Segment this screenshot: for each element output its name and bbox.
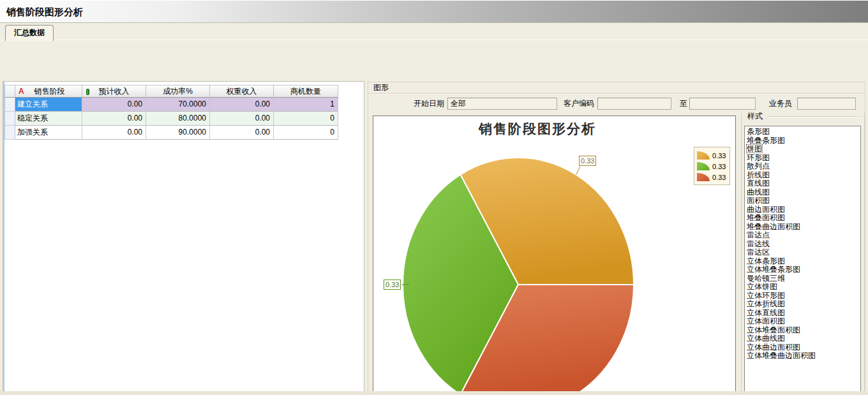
expected-income-cell[interactable]: 0.00 (82, 112, 146, 126)
opportunity-count-cell[interactable]: 1 (274, 98, 338, 112)
style-option[interactable]: 环形图 (745, 154, 860, 163)
style-option[interactable]: 直线图 (745, 179, 860, 188)
style-option-selected[interactable]: 饼图 (745, 145, 860, 154)
stage-cell[interactable]: 建立关系 (15, 98, 82, 112)
group-divider (767, 116, 863, 117)
style-option[interactable]: 条形图 (745, 128, 860, 137)
pie-slice-icon (697, 151, 710, 160)
group-divider (368, 93, 865, 94)
pie-chart (373, 116, 735, 395)
column-header-opportunity-count[interactable]: 商机数量 (274, 85, 338, 98)
legend-item: 0.33 (697, 150, 728, 161)
title-bar: 销售阶段图形分析 (0, 0, 868, 23)
text-type-icon: A (19, 86, 24, 98)
legend-item: 0.33 (697, 161, 728, 172)
column-header-weighted-income[interactable]: 权重收入 (210, 85, 274, 98)
tab-summary-data[interactable]: 汇总数据 (5, 25, 54, 41)
chart-area: 销售阶段图形分析 0.33 0.33 0.33 0.33 0.33 0.3 (373, 116, 736, 395)
row-header-cell[interactable] (4, 98, 15, 112)
style-group: 样式 条形图 堆叠条形图 饼图 环形图 散列点 折线图 直线图 曲线图 面积图 … (741, 113, 865, 395)
expected-income-cell[interactable]: 0.00 (82, 98, 146, 112)
stage-cell[interactable]: 稳定关系 (15, 112, 82, 126)
style-option[interactable]: 立体堆叠曲边面积图 (745, 352, 860, 361)
sales-stage-grid-panel: A 销售阶段 预计收入 成功率% 权重收入 商机数量 (3, 81, 364, 395)
table-row[interactable]: 建立关系 0.00 70.0000 0.00 1 (4, 98, 338, 112)
style-option[interactable]: 立体堆叠面积图 (745, 326, 860, 335)
stage-cell[interactable]: 加强关系 (15, 126, 82, 140)
style-option[interactable]: 曼哈顿三维 (745, 274, 860, 283)
style-option[interactable]: 雷达区 (745, 248, 860, 257)
sales-stage-grid: A 销售阶段 预计收入 成功率% 权重收入 商机数量 (4, 85, 338, 140)
success-rate-cell[interactable]: 80.0000 (146, 112, 210, 126)
style-option[interactable]: 堆叠曲边面积图 (745, 223, 860, 232)
style-option[interactable]: 立体堆叠条形图 (745, 265, 860, 274)
graph-panel: 图形 开始日期 客户编码 至 业务员 (368, 82, 865, 395)
table-row[interactable]: 加强关系 0.00 90.0000 0.00 0 (4, 126, 338, 140)
salesman-input[interactable] (797, 98, 856, 110)
style-option[interactable]: 堆叠条形图 (745, 137, 860, 145)
tab-bar: 汇总数据 (0, 24, 868, 40)
row-header-cell[interactable] (4, 126, 15, 140)
salesman-label: 业务员 (767, 98, 792, 110)
row-header-corner (4, 85, 15, 98)
style-option[interactable]: 雷达线 (745, 240, 860, 249)
pie-slice-icon (697, 173, 710, 181)
bottom-strip (0, 391, 868, 395)
style-option[interactable]: 折线图 (745, 171, 860, 180)
opportunity-count-cell[interactable]: 0 (274, 112, 338, 126)
chart-legend: 0.33 0.33 0.33 (694, 147, 730, 185)
style-option[interactable]: 立体直线图 (745, 309, 860, 318)
weighted-income-cell[interactable]: 0.00 (210, 126, 274, 140)
customer-code-input[interactable] (597, 98, 671, 110)
content-area: A 销售阶段 预计收入 成功率% 权重收入 商机数量 (0, 40, 868, 391)
numeric-type-icon (86, 89, 89, 95)
start-date-label: 开始日期 (396, 98, 444, 110)
opportunity-count-cell[interactable]: 0 (274, 126, 338, 140)
page-title: 销售阶段图形分析 (6, 1, 83, 23)
legend-item: 0.33 (697, 172, 728, 183)
style-option[interactable]: 立体条形图 (745, 257, 860, 266)
graph-group-label: 图形 (372, 83, 390, 93)
style-option[interactable]: 立体面积图 (745, 317, 860, 326)
style-option[interactable]: 立体折线图 (745, 300, 860, 309)
style-option[interactable]: 面积图 (745, 197, 860, 205)
to-label: 至 (677, 98, 687, 110)
expected-income-cell[interactable]: 0.00 (82, 126, 146, 140)
start-date-input[interactable] (447, 98, 557, 110)
column-header-expected-income[interactable]: 预计收入 (82, 85, 146, 98)
chart-title: 销售阶段图形分析 (394, 120, 681, 138)
customer-code-label: 客户编码 (561, 98, 594, 110)
row-header-cell[interactable] (4, 112, 15, 126)
column-header-stage[interactable]: A 销售阶段 (15, 85, 82, 98)
slice-label-green: 0.33 (384, 279, 401, 290)
customer-code-to-input[interactable] (689, 98, 756, 110)
weighted-income-cell[interactable]: 0.00 (210, 112, 274, 126)
success-rate-cell[interactable]: 90.0000 (146, 126, 210, 140)
app-window: 销售阶段图形分析 汇总数据 A 销售阶段 预计收入 (0, 0, 868, 395)
weighted-income-cell[interactable]: 0.00 (210, 98, 274, 112)
slice-label-orange: 0.33 (579, 156, 596, 166)
style-option[interactable]: 曲边面积图 (745, 205, 860, 214)
style-option[interactable]: 立体曲线图 (745, 334, 860, 343)
success-rate-cell[interactable]: 70.0000 (146, 98, 210, 112)
label-leader-line (576, 167, 581, 175)
style-option[interactable]: 堆叠面积图 (745, 214, 860, 223)
style-group-label: 样式 (745, 111, 765, 122)
style-option[interactable]: 立体曲边面积图 (745, 343, 860, 352)
style-option[interactable]: 立体环形图 (745, 292, 860, 301)
style-list[interactable]: 条形图 堆叠条形图 饼图 环形图 散列点 折线图 直线图 曲线图 面积图 曲边面… (744, 126, 861, 395)
style-option[interactable]: 立体饼图 (745, 283, 860, 292)
table-row[interactable]: 稳定关系 0.00 80.0000 0.00 0 (4, 112, 338, 126)
style-option[interactable]: 散列点 (745, 162, 860, 171)
pie-slice-icon (697, 162, 710, 170)
column-header-success-rate[interactable]: 成功率% (146, 85, 210, 98)
style-option[interactable]: 曲线图 (745, 188, 860, 197)
grid-header-row: A 销售阶段 预计收入 成功率% 权重收入 商机数量 (4, 85, 338, 98)
style-option[interactable]: 雷达点 (745, 231, 860, 240)
